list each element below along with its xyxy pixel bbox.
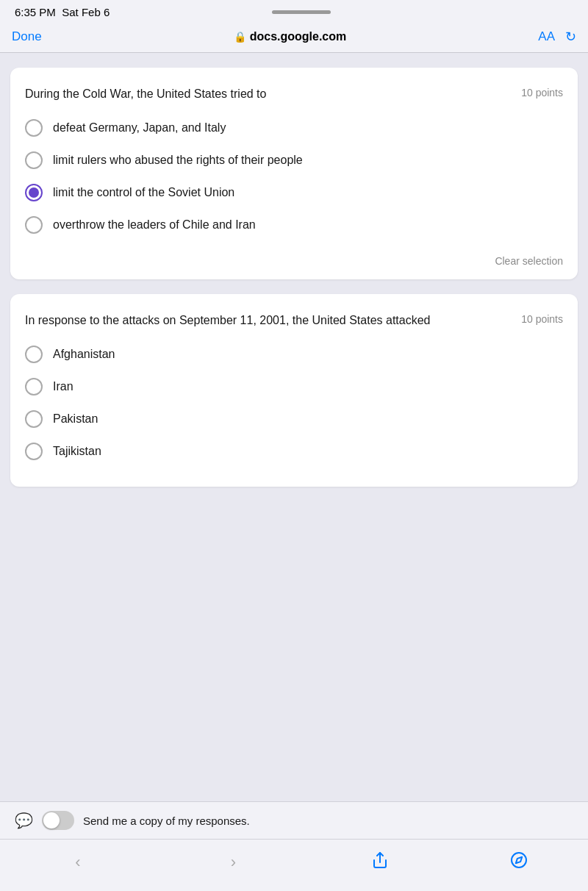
clear-selection-button[interactable]: Clear selection: [495, 255, 563, 267]
question-2-card: In response to the attacks on September …: [10, 294, 578, 487]
radio-label-q2b: Iran: [53, 379, 74, 395]
main-content: During the Cold War, the United States t…: [0, 53, 588, 801]
question-1-points: 10 points: [521, 85, 563, 99]
radio-q2a[interactable]: [25, 346, 43, 363]
radio-q1c[interactable]: [25, 184, 43, 201]
question-1-option-a[interactable]: defeat Germany, Japan, and Italy: [25, 119, 563, 137]
url-bar[interactable]: 🔒 docs.google.com: [234, 30, 347, 43]
browser-controls: AA ↻: [538, 29, 576, 45]
lock-icon: 🔒: [234, 31, 246, 43]
clear-selection-container: Clear selection: [25, 248, 563, 268]
radio-label-q2a: Afghanistan: [53, 346, 115, 362]
radio-label-q1d: overthrow the leaders of Chile and Iran: [53, 217, 256, 233]
forward-button[interactable]: ›: [216, 848, 251, 876]
question-2-points: 10 points: [521, 312, 563, 325]
question-2-option-d[interactable]: Tajikistan: [25, 443, 563, 460]
done-button[interactable]: Done: [12, 29, 42, 44]
question-2-option-a[interactable]: Afghanistan: [25, 346, 563, 363]
radio-label-q2c: Pakistan: [53, 411, 98, 427]
question-1-card: During the Cold War, the United States t…: [10, 68, 578, 279]
question-1-option-b[interactable]: limit rulers who abused the rights of th…: [25, 151, 563, 169]
reload-button[interactable]: ↻: [565, 29, 576, 45]
radio-label-q2d: Tajikistan: [53, 443, 101, 459]
radio-q1d[interactable]: [25, 216, 43, 234]
share-button[interactable]: [371, 851, 389, 873]
question-1-text: During the Cold War, the United States t…: [25, 85, 521, 103]
back-button[interactable]: ‹: [60, 848, 95, 876]
question-1-option-c[interactable]: limit the control of the Soviet Union: [25, 184, 563, 201]
radio-label-q1c: limit the control of the Soviet Union: [53, 185, 234, 201]
send-copy-label: Send me a copy of my responses.: [83, 815, 250, 827]
status-time: 6:35 PM Sat Feb 6: [15, 6, 110, 18]
question-1-option-d[interactable]: overthrow the leaders of Chile and Iran: [25, 216, 563, 234]
radio-label-q1a: defeat Germany, Japan, and Italy: [53, 120, 226, 136]
question-2-text: In response to the attacks on September …: [25, 312, 521, 329]
status-bar: 6:35 PM Sat Feb 6: [0, 0, 588, 23]
footer-strip: 💬 Send me a copy of my responses.: [0, 801, 588, 839]
radio-q2c[interactable]: [25, 410, 43, 428]
send-copy-icon: 💬: [15, 812, 33, 829]
question-1-header: During the Cold War, the United States t…: [25, 85, 563, 103]
radio-q1b[interactable]: [25, 151, 43, 169]
url-text: docs.google.com: [250, 30, 347, 43]
question-2-option-b[interactable]: Iran: [25, 378, 563, 396]
svg-point-1: [512, 853, 526, 867]
question-2-header: In response to the attacks on September …: [25, 312, 563, 329]
svg-marker-2: [516, 857, 522, 863]
radio-q1a[interactable]: [25, 119, 43, 137]
question-2-option-c[interactable]: Pakistan: [25, 410, 563, 428]
radio-q2b[interactable]: [25, 378, 43, 396]
compass-button[interactable]: [510, 851, 528, 873]
browser-bar: Done 🔒 docs.google.com AA ↻: [0, 23, 588, 52]
radio-label-q1b: limit rulers who abused the rights of th…: [53, 152, 303, 168]
text-size-button[interactable]: AA: [538, 29, 555, 44]
send-copy-toggle[interactable]: [42, 811, 74, 830]
radio-q2d[interactable]: [25, 443, 43, 460]
bottom-nav: ‹ ›: [0, 839, 588, 891]
